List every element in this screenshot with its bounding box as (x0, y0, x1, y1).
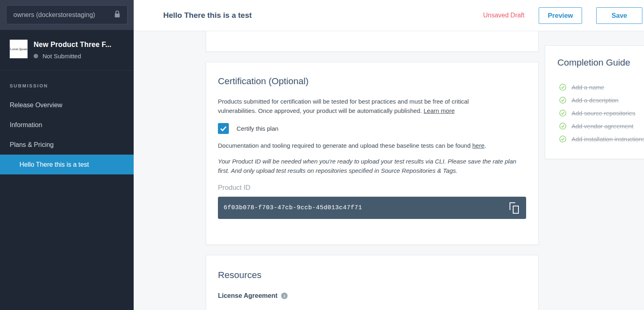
guide-item-add-name[interactable]: Add a name (559, 83, 644, 91)
sidebar-nav: Release Overview Information Plans & Pri… (0, 95, 134, 174)
copy-button[interactable] (510, 202, 519, 214)
info-icon[interactable]: i (281, 293, 288, 299)
org-selector[interactable]: owners (dockerstorestaging) (6, 5, 128, 24)
product-logo: Lorem Ipsum (10, 40, 28, 58)
lock-icon (114, 10, 120, 19)
product-logo-text: Lorem Ipsum (10, 47, 27, 51)
certification-title: Certification (Optional) (218, 76, 526, 87)
sidebar-section-label: SUBMISSION (10, 83, 124, 88)
plan-header: Hello There this is a test Unsaved Draft… (134, 0, 644, 31)
unsaved-draft-status: Unsaved Draft (483, 12, 525, 19)
documentation-text: Documentation and tooling required to ge… (218, 141, 507, 150)
resources-card: Resources License Agreement i (206, 255, 539, 310)
product-id-box: 6f03b078-f703-47cb-9ccb-45d013c47f71 (218, 197, 526, 219)
certify-plan-label: Certify this plan (237, 125, 278, 132)
status-dot-icon (34, 54, 38, 58)
certification-card: Certification (Optional) Products submit… (206, 62, 539, 245)
completion-guide-card: Completion Guide Add a name Add a descri… (545, 45, 644, 159)
sidebar-item-release-overview[interactable]: Release Overview (0, 95, 134, 115)
checkmark-icon (220, 126, 227, 132)
previous-section-card-cutoff (206, 31, 539, 52)
product-summary: Lorem Ipsum New Product Three F... Not S… (0, 30, 134, 70)
resources-title: Resources (218, 270, 526, 280)
save-button[interactable]: Save (596, 7, 642, 24)
guide-item-add-description[interactable]: Add a description (559, 96, 644, 104)
certification-intro: Products submitted for certification wil… (218, 97, 507, 115)
completion-guide-list: Add a name Add a description Add source … (545, 83, 644, 143)
learn-more-link[interactable]: Learn more (424, 107, 455, 114)
guide-item-add-installation-instructions[interactable]: Add installation instructions (559, 135, 644, 143)
product-id-label: Product ID (218, 184, 526, 192)
here-link[interactable]: here (472, 142, 484, 149)
license-agreement-label: License Agreement (218, 292, 277, 299)
guide-item-add-source-repositories[interactable]: Add source repositories (559, 109, 644, 117)
org-selector-label: owners (dockerstorestaging) (13, 11, 95, 19)
product-id-note: Your Product ID will be needed when you'… (218, 157, 518, 175)
certify-plan-checkbox[interactable] (218, 123, 229, 134)
product-id-value: 6f03b078-f703-47cb-9ccb-45d013c47f71 (224, 204, 362, 211)
guide-item-add-vendor-agreement[interactable]: Add vendor agreement (559, 122, 644, 130)
completion-guide-title: Completion Guide (557, 57, 644, 68)
page-title: Hello There this is a test (163, 11, 252, 20)
check-circle-icon (559, 97, 566, 104)
sidebar: owners (dockerstorestaging) Lorem Ipsum … (0, 0, 134, 310)
sidebar-item-plan-active[interactable]: Hello There this is a test (0, 155, 134, 174)
check-circle-icon (559, 84, 566, 91)
license-agreement-row: License Agreement i (218, 292, 526, 299)
sidebar-item-information[interactable]: Information (0, 115, 134, 135)
certify-plan-row: Certify this plan (218, 123, 526, 134)
product-status: Not Submitted (43, 53, 81, 59)
check-circle-icon (559, 123, 566, 130)
product-name: New Product Three F... (34, 40, 111, 49)
check-circle-icon (559, 136, 566, 142)
sidebar-item-plans-pricing[interactable]: Plans & Pricing (0, 135, 134, 155)
check-circle-icon (559, 110, 566, 117)
preview-button[interactable]: Preview (539, 7, 582, 24)
org-bar: owners (dockerstorestaging) (0, 0, 134, 30)
